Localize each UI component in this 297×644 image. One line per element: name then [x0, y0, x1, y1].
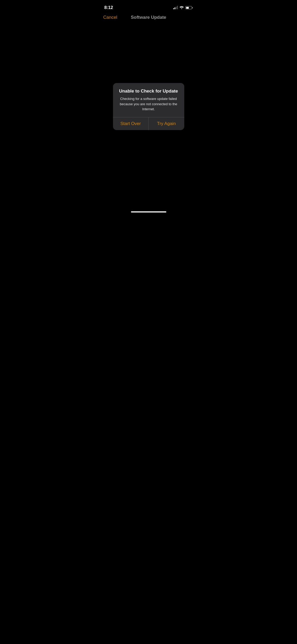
- alert-dialog: Unable to Check for Update Checking for …: [113, 83, 184, 130]
- alert-title: Unable to Check for Update: [117, 88, 180, 94]
- home-indicator: [131, 211, 166, 213]
- alert-buttons: Start Over Try Again: [113, 117, 184, 130]
- status-icons: [173, 5, 193, 10]
- status-bar: 8:12: [99, 0, 198, 12]
- wifi-icon: [180, 5, 184, 10]
- nav-bar: Cancel Software Update: [99, 12, 198, 23]
- signal-icon: [173, 6, 178, 9]
- status-time: 8:12: [104, 5, 113, 10]
- alert-message: Checking for a software update failed be…: [117, 96, 180, 112]
- try-again-button[interactable]: Try Again: [149, 117, 184, 130]
- main-content: Unable to Check for Update Checking for …: [99, 23, 198, 206]
- start-over-button[interactable]: Start Over: [113, 117, 149, 130]
- battery-icon: [185, 6, 193, 9]
- page-title: Software Update: [126, 15, 171, 20]
- alert-content: Unable to Check for Update Checking for …: [113, 83, 184, 117]
- cancel-button[interactable]: Cancel: [103, 15, 126, 20]
